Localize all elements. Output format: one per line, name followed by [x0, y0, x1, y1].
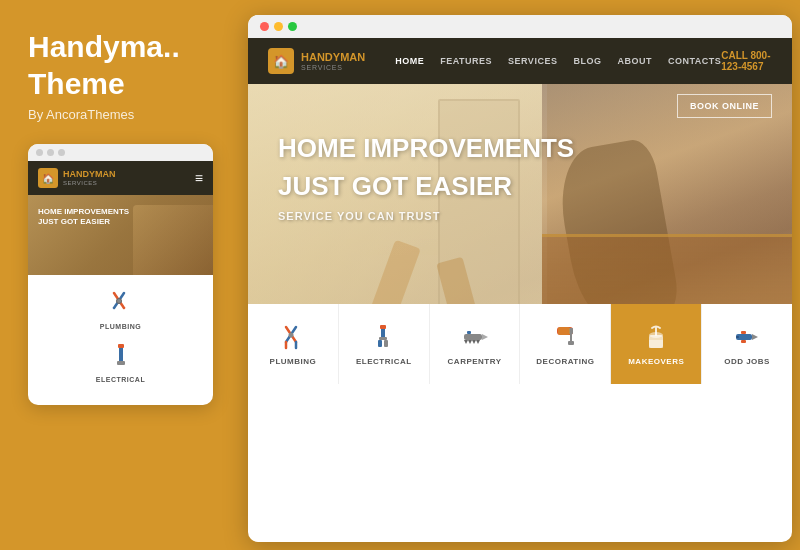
desktop-nav-links: HOME FEATURES SERVICES BLOG ABOUT CONTAC…	[395, 56, 721, 66]
svg-rect-18	[467, 331, 471, 334]
mobile-electrical-icon	[105, 340, 137, 372]
mobile-plumbing-icon	[105, 287, 137, 319]
makeovers-label: MAKEOVERS	[628, 357, 684, 366]
electrical-label: ELECTRICAL	[356, 357, 412, 366]
svg-rect-27	[558, 327, 570, 335]
service-electrical[interactable]: ELECTRICAL	[339, 304, 430, 384]
svg-marker-20	[468, 340, 472, 344]
svg-rect-14	[378, 340, 382, 347]
desktop-nav-call: CALL 800-123-4567	[721, 50, 772, 72]
left-panel: Handyma.. Theme By AncoraThemes 🏠 HANDYM…	[0, 0, 248, 550]
service-carpentry[interactable]: CARPENTRY	[430, 304, 521, 384]
hero-headline-line1: HOME IMPROVEMENTS	[278, 134, 574, 164]
svg-rect-35	[736, 336, 739, 338]
svg-marker-22	[476, 340, 480, 344]
nav-link-contacts[interactable]: CONTACTS	[668, 56, 721, 66]
electrical-icon	[370, 323, 398, 351]
svg-rect-33	[741, 331, 746, 334]
mobile-title-bar	[28, 144, 213, 161]
mobile-dot-2	[47, 149, 54, 156]
plumbing-icon	[279, 323, 307, 351]
hero-headline-line2: JUST GOT EASIER	[278, 172, 574, 202]
mobile-service-electrical: ELECTRICAL	[38, 340, 203, 383]
desktop-title-bar	[248, 15, 792, 38]
nav-link-features[interactable]: FEATURES	[440, 56, 492, 66]
decorating-label: DECORATING	[536, 357, 594, 366]
theme-title-line2: Theme	[28, 69, 228, 99]
svg-rect-13	[380, 325, 386, 329]
carpentry-icon	[461, 323, 489, 351]
mobile-dot-1	[36, 149, 43, 156]
svg-marker-32	[752, 334, 758, 340]
desktop-logo: 🏠 HANDYMAN SERVICES	[268, 48, 365, 74]
desktop-logo-text: HANDYMAN SERVICES	[301, 51, 365, 70]
mobile-logo: 🏠 HANDYMAN SERVICES	[38, 168, 116, 188]
svg-marker-19	[464, 340, 468, 344]
desktop-hero-content: HOME IMPROVEMENTS JUST GOT EASIER SERVIC…	[278, 134, 574, 222]
desktop-hero: BOOK ONLINE HOME IMPROVEMENTS JUST GOT E…	[248, 84, 792, 384]
svg-rect-30	[649, 340, 663, 348]
mobile-logo-icon: 🏠	[38, 168, 58, 188]
svg-rect-4	[117, 361, 125, 365]
svg-marker-21	[472, 340, 476, 344]
mobile-hero: HOME IMPROVEMENTS JUST GOT EASIER	[28, 195, 213, 275]
mobile-header: 🏠 HANDYMAN SERVICES ≡	[28, 161, 213, 195]
book-online-button[interactable]: BOOK ONLINE	[677, 94, 772, 118]
svg-rect-15	[384, 340, 388, 347]
nav-link-home[interactable]: HOME	[395, 56, 424, 66]
svg-marker-17	[482, 334, 488, 340]
nav-link-services[interactable]: SERVICES	[508, 56, 557, 66]
mobile-dot-3	[58, 149, 65, 156]
svg-rect-16	[464, 334, 482, 340]
desktop-logo-icon: 🏠	[268, 48, 294, 74]
nav-link-blog[interactable]: BLOG	[573, 56, 601, 66]
theme-by: By AncoraThemes	[28, 107, 228, 122]
mobile-hero-text: HOME IMPROVEMENTS JUST GOT EASIER	[38, 207, 203, 228]
svg-rect-25	[570, 334, 572, 342]
theme-title-line1: Handyma..	[28, 30, 228, 63]
mobile-service-plumbing: PLUMBING	[38, 287, 203, 330]
mobile-mockup: 🏠 HANDYMAN SERVICES ≡ HOME IMPROVEMENTS …	[28, 144, 213, 405]
plumbing-label: PLUMBING	[270, 357, 317, 366]
mobile-hamburger-icon[interactable]: ≡	[195, 170, 203, 186]
desktop-mockup: 🏠 HANDYMAN SERVICES HOME FEATURES SERVIC…	[248, 15, 792, 542]
carpentry-label: CARPENTRY	[448, 357, 502, 366]
svg-point-8	[288, 332, 293, 337]
window-dot-yellow	[274, 22, 283, 31]
odd-jobs-label: ODD JOBS	[724, 357, 770, 366]
odd-jobs-icon	[733, 323, 761, 351]
window-dot-green	[288, 22, 297, 31]
desktop-nav: 🏠 HANDYMAN SERVICES HOME FEATURES SERVIC…	[248, 38, 792, 84]
hero-subline: SERVICE YOU CAN TRUST	[278, 210, 574, 222]
svg-rect-12	[379, 337, 387, 340]
service-plumbing[interactable]: PLUMBING	[248, 304, 339, 384]
mobile-logo-text: HANDYMAN SERVICES	[63, 170, 116, 186]
svg-rect-26	[568, 341, 574, 345]
decorating-icon	[551, 323, 579, 351]
service-decorating[interactable]: DECORATING	[520, 304, 611, 384]
nav-link-about[interactable]: ABOUT	[617, 56, 652, 66]
window-dot-red	[260, 22, 269, 31]
svg-rect-34	[741, 340, 746, 343]
service-odd-jobs[interactable]: ODD JOBS	[702, 304, 792, 384]
makeovers-icon	[642, 323, 670, 351]
svg-rect-5	[118, 344, 124, 348]
mobile-services: PLUMBING ELECTRICAL	[28, 275, 213, 405]
svg-point-2	[116, 299, 121, 304]
service-makeovers[interactable]: MAKEOVERS	[611, 304, 702, 384]
services-bar: PLUMBING ELECTRICAL	[248, 304, 792, 384]
